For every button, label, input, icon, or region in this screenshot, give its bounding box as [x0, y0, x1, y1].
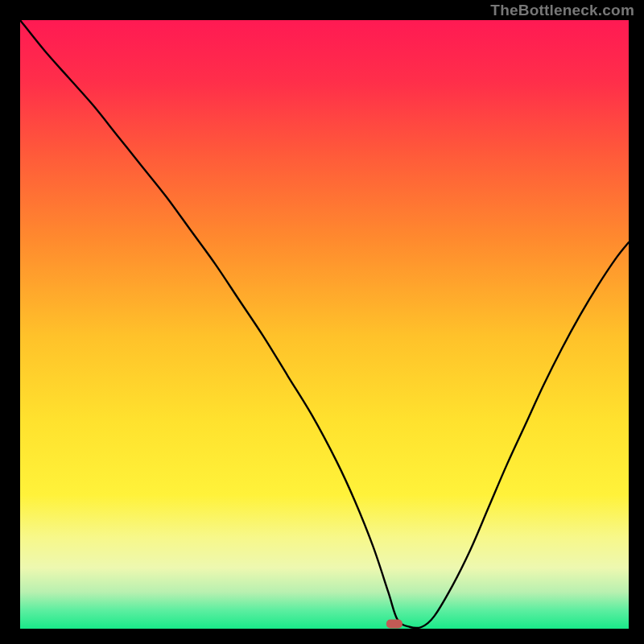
plot-area	[20, 20, 629, 629]
source-attribution: TheBottleneck.com	[490, 2, 634, 19]
gradient-background	[20, 20, 629, 629]
optimal-marker	[386, 620, 402, 629]
chart-frame: TheBottleneck.com	[0, 0, 644, 644]
bottleneck-chart-svg	[20, 20, 629, 629]
